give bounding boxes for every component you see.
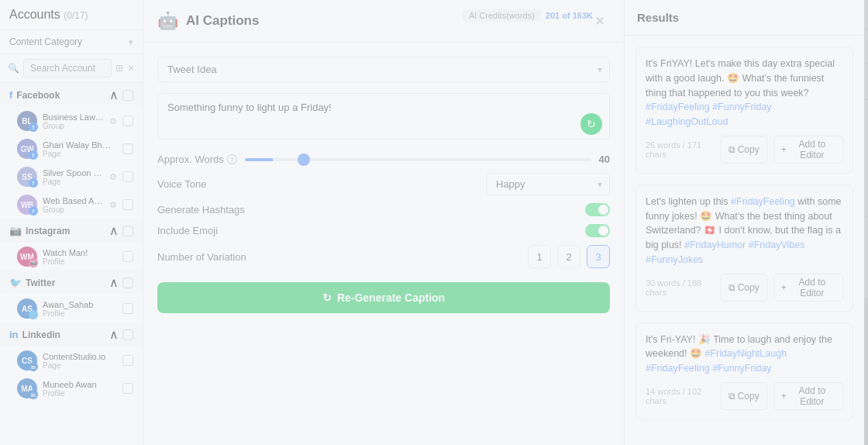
repeat-post-toggle[interactable] bbox=[226, 277, 251, 290]
gear-icon[interactable]: ⚙ bbox=[109, 116, 117, 126]
avatar: AS🐦 bbox=[17, 298, 37, 319]
topic-select-chevron-icon: ▾ bbox=[598, 64, 602, 75]
variation-row: Number of Variation 1 2 3 bbox=[157, 245, 610, 268]
avatar: CSin bbox=[17, 350, 37, 371]
result-stats-1: 26 words / 171 chars bbox=[646, 140, 721, 159]
list-item[interactable]: AS🐦 Awan_SahabProfile bbox=[0, 295, 143, 323]
tw-badge: 🐦 bbox=[29, 310, 38, 319]
approx-words-value: 40 bbox=[599, 154, 610, 165]
twitter-group-checkbox[interactable] bbox=[122, 278, 133, 288]
post-now-radio[interactable] bbox=[157, 260, 168, 271]
copy-button-2[interactable]: ⧉ Copy bbox=[721, 274, 767, 302]
accounts-title: Accounts bbox=[9, 8, 60, 21]
content-category-row[interactable]: Content Category ▾ bbox=[0, 30, 143, 54]
result-actions-3: ⧉ Copy + Add to Editor bbox=[721, 382, 843, 410]
gear-icon[interactable]: ⚙ bbox=[109, 172, 117, 182]
list-item[interactable]: WM📷 Watch Man!Profile bbox=[0, 243, 143, 271]
variation-3[interactable]: 3 bbox=[587, 245, 610, 268]
add-to-editor-button-1[interactable]: + Add to Editor bbox=[773, 136, 843, 164]
topic-select[interactable]: Tweet Idea Blog Post Product Description… bbox=[157, 57, 610, 82]
variation-1[interactable]: 1 bbox=[528, 245, 551, 268]
li-badge: in bbox=[29, 390, 38, 399]
voice-tone-row: Voice Tone Happy Professional Casual Hum… bbox=[157, 173, 610, 195]
approx-words-label: Approx. Words ? bbox=[157, 154, 237, 165]
post-composer-title: Post Composer bbox=[169, 8, 255, 21]
account-name: Web Based Applicati... bbox=[43, 196, 104, 205]
hashtag: #FunnyFriday bbox=[712, 102, 771, 112]
composer-tools: ⬆Upload ◈Canva ▲Vista Create bbox=[143, 64, 868, 100]
generate-hashtags-toggle[interactable] bbox=[585, 203, 610, 216]
approx-words-row: Approx. Words ? 40 bbox=[157, 154, 610, 165]
approx-words-slider[interactable] bbox=[245, 158, 591, 161]
result-card-2: Let's lighten up this #FridayFeeling wit… bbox=[636, 185, 853, 312]
instagram-group-checkbox[interactable] bbox=[122, 226, 133, 236]
view-recommended-link[interactable]: View Recommended Best Time to Po... bbox=[224, 243, 372, 253]
ai-credits-value: 201 of 163K bbox=[546, 11, 593, 20]
account-checkbox[interactable] bbox=[122, 171, 133, 182]
linkedin-group-header: in Linkedin ∧ bbox=[0, 323, 143, 347]
account-info: Web Based Applicati...Group bbox=[43, 196, 104, 214]
schedule-option[interactable]: Schedule bbox=[221, 260, 274, 271]
avatar-initials: GW bbox=[20, 145, 33, 154]
account-checkbox[interactable] bbox=[122, 143, 133, 154]
account-checkbox[interactable] bbox=[122, 116, 133, 126]
results-panel: Results It's FriYAY! Let's make this day… bbox=[624, 0, 864, 445]
first-comment-toggle[interactable] bbox=[829, 191, 854, 204]
facebook-group-name: f Facebook bbox=[9, 89, 60, 101]
search-input[interactable] bbox=[23, 59, 112, 78]
variation-2[interactable]: 2 bbox=[557, 245, 580, 268]
chevron-up-icon: ∧ bbox=[109, 327, 119, 342]
account-checkbox[interactable] bbox=[122, 303, 133, 314]
ai-captions-body: Tweet Idea Blog Post Product Description… bbox=[143, 43, 624, 445]
back-arrow-icon: ‹ bbox=[157, 9, 161, 21]
replug-toggle[interactable] bbox=[829, 138, 854, 151]
avatar: SSf bbox=[17, 167, 37, 187]
account-checkbox[interactable] bbox=[122, 355, 133, 366]
vista-button[interactable]: ▲Vista Create bbox=[289, 71, 370, 91]
account-name: Muneeb Awan bbox=[43, 380, 112, 389]
include-emoji-toggle[interactable] bbox=[585, 224, 610, 237]
result-card-1: It's FriYAY! Let's make this day extra s… bbox=[636, 47, 853, 174]
result-meta-2: 30 words / 188 chars ⧉ Copy + Add to Edi… bbox=[646, 274, 843, 302]
add-to-editor-button-2[interactable]: + Add to Editor bbox=[773, 274, 843, 302]
account-checkbox[interactable] bbox=[122, 251, 133, 262]
canva-button[interactable]: ◈Canva bbox=[225, 71, 280, 91]
post-now-option[interactable]: Post Now bbox=[157, 260, 212, 271]
caption-input[interactable]: Something funny to light up a Friday! bbox=[157, 93, 610, 140]
list-item[interactable]: WBf Web Based Applicati...Group ⚙ bbox=[0, 191, 143, 219]
options-grid: Approx. Words ? 40 Voice Tone H bbox=[157, 154, 610, 268]
account-checkbox[interactable] bbox=[122, 383, 133, 394]
threaded-tweet-label: Threaded Tweet ? bbox=[157, 113, 239, 124]
regenerate-corner-icon[interactable]: ↻ bbox=[580, 113, 602, 135]
facebook-group-checkbox[interactable] bbox=[122, 90, 133, 101]
add-to-editor-button-3[interactable]: + Add to Editor bbox=[773, 382, 843, 410]
list-item[interactable]: CSin ContentStudio.ioPage bbox=[0, 347, 143, 374]
ai-credits-label: AI Credits(words) bbox=[463, 9, 541, 22]
account-checkbox[interactable] bbox=[122, 199, 133, 210]
facebook-carousel-toggle[interactable] bbox=[829, 164, 854, 178]
copy-button-1[interactable]: ⧉ Copy bbox=[721, 136, 767, 164]
list-item[interactable]: GWf Ghari Walay Bhai (K...Page bbox=[0, 135, 143, 163]
gear-icon[interactable]: ⚙ bbox=[109, 200, 117, 210]
hashtag: #LaughingOutLoud bbox=[646, 116, 728, 127]
linkedin-group-checkbox[interactable] bbox=[122, 329, 133, 340]
avatar-initials: AS bbox=[22, 305, 33, 313]
copy-button-3[interactable]: ⧉ Copy bbox=[721, 382, 767, 410]
account-name: Watch Man! bbox=[43, 248, 112, 257]
facebook-carousel-label: Facebook Carousel ? bbox=[157, 166, 252, 177]
upload-button[interactable]: ⬆Upload bbox=[157, 71, 215, 91]
voice-tone-select[interactable]: Happy Professional Casual Humorous Inspi… bbox=[486, 173, 610, 195]
threaded-tweet-toggle[interactable] bbox=[829, 112, 854, 125]
regenerate-caption-button[interactable]: ↻ Re-Generate Caption bbox=[157, 282, 610, 313]
twitter-group-header: 🐦 Twitter ∧ bbox=[0, 271, 143, 295]
ai-captions-header: 🤖 AI Captions AI Credits(words) 201 of 1… bbox=[143, 0, 624, 43]
list-item[interactable]: BLf Business Law - Sir...Group ⚙ bbox=[0, 107, 143, 135]
search-row[interactable]: 🔍 ⊞ ✕ bbox=[0, 54, 143, 83]
list-item[interactable]: MAin Muneeb AwanProfile bbox=[0, 374, 143, 402]
close-button[interactable]: ✕ bbox=[590, 13, 610, 29]
schedule-radio[interactable] bbox=[221, 260, 232, 271]
list-item[interactable]: SSf Silver Spoon Restau...Page ⚙ bbox=[0, 163, 143, 191]
first-comment-label: First Comment ? bbox=[157, 192, 232, 203]
result-card-3: It's Fri-YAY! 🎉 Time to laugh and enjoy … bbox=[636, 323, 853, 420]
hashtag: #FridayVibes bbox=[749, 240, 805, 250]
